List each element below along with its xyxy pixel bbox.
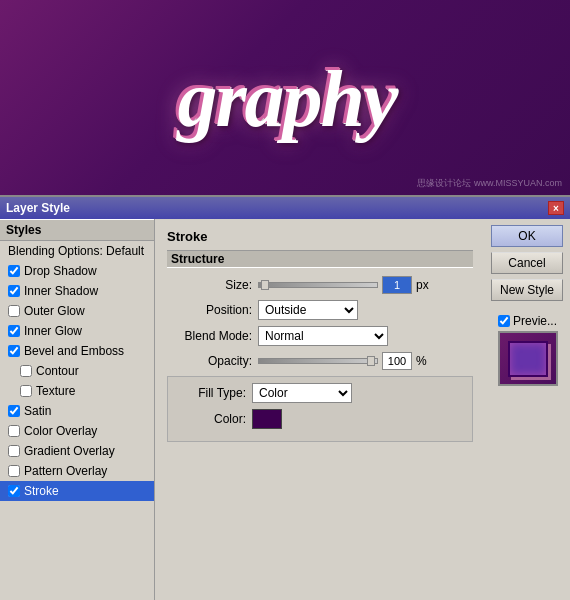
bevel-emboss-checkbox[interactable] <box>8 345 20 357</box>
stroke-label: Stroke <box>24 484 59 498</box>
opacity-slider-track[interactable] <box>258 358 378 364</box>
opacity-slider-thumb[interactable] <box>367 356 375 366</box>
styles-panel: Styles Blending Options: Default Drop Sh… <box>0 219 155 600</box>
style-item-color-overlay[interactable]: Color Overlay <box>0 421 154 441</box>
contour-checkbox[interactable] <box>20 365 32 377</box>
style-item-outer-glow[interactable]: Outer Glow <box>0 301 154 321</box>
preview-container: Previe... <box>491 314 564 386</box>
size-slider-track[interactable] <box>258 282 378 288</box>
candy-text-preview: graphy <box>175 52 394 143</box>
main-panel: Stroke Structure Size: px Position: <box>155 219 485 600</box>
satin-checkbox[interactable] <box>8 405 20 417</box>
contour-label: Contour <box>36 364 79 378</box>
preview-thumbnail <box>498 331 558 386</box>
opacity-row: Opacity: % <box>167 352 473 370</box>
ok-button[interactable]: OK <box>491 225 563 247</box>
layer-style-dialog: Layer Style × Styles Blending Options: D… <box>0 195 570 600</box>
preview-thumb-inner <box>508 341 548 377</box>
stroke-checkbox[interactable] <box>8 485 20 497</box>
dialog-titlebar: Layer Style × <box>0 197 570 219</box>
preview-area: graphy 思缘设计论坛 www.MISSYUAN.com <box>0 0 570 195</box>
color-overlay-checkbox[interactable] <box>8 425 20 437</box>
size-controls: px <box>258 276 473 294</box>
blending-options-label: Blending Options: Default <box>8 244 144 258</box>
style-item-satin[interactable]: Satin <box>0 401 154 421</box>
preview-checkbox[interactable] <box>498 315 510 327</box>
size-row: Size: px <box>167 276 473 294</box>
bevel-emboss-label: Bevel and Emboss <box>24 344 124 358</box>
gradient-overlay-label: Gradient Overlay <box>24 444 115 458</box>
style-item-pattern-overlay[interactable]: Pattern Overlay <box>0 461 154 481</box>
color-swatch[interactable] <box>252 409 282 429</box>
cancel-button[interactable]: Cancel <box>491 252 563 274</box>
color-overlay-label: Color Overlay <box>24 424 97 438</box>
drop-shadow-label: Drop Shadow <box>24 264 97 278</box>
gradient-overlay-checkbox[interactable] <box>8 445 20 457</box>
pattern-overlay-checkbox[interactable] <box>8 465 20 477</box>
style-item-gradient-overlay[interactable]: Gradient Overlay <box>0 441 154 461</box>
opacity-input[interactable] <box>382 352 412 370</box>
outer-glow-label: Outer Glow <box>24 304 85 318</box>
structure-subtitle: Structure <box>167 250 473 268</box>
stroke-section-title: Stroke <box>167 229 473 244</box>
inner-glow-label: Inner Glow <box>24 324 82 338</box>
opacity-label: Opacity: <box>167 354 252 368</box>
texture-checkbox[interactable] <box>20 385 32 397</box>
color-label: Color: <box>176 412 246 426</box>
satin-label: Satin <box>24 404 51 418</box>
close-button[interactable]: × <box>548 201 564 215</box>
inner-glow-checkbox[interactable] <box>8 325 20 337</box>
color-controls <box>252 409 464 429</box>
fill-type-row: Fill Type: Color Gradient Pattern <box>176 383 464 403</box>
position-controls: Outside Inside Center <box>258 300 473 320</box>
opacity-controls: % <box>258 352 473 370</box>
outer-glow-checkbox[interactable] <box>8 305 20 317</box>
color-row: Color: <box>176 409 464 429</box>
fill-type-select[interactable]: Color Gradient Pattern <box>252 383 352 403</box>
blend-mode-select[interactable]: Normal Multiply Screen Overlay <box>258 326 388 346</box>
blend-mode-row: Blend Mode: Normal Multiply Screen Overl… <box>167 326 473 346</box>
style-item-inner-glow[interactable]: Inner Glow <box>0 321 154 341</box>
fill-type-controls: Color Gradient Pattern <box>252 383 464 403</box>
style-item-contour[interactable]: Contour <box>0 361 154 381</box>
style-item-texture[interactable]: Texture <box>0 381 154 401</box>
size-slider-thumb[interactable] <box>261 280 269 290</box>
preview-checkbox-row: Previe... <box>498 314 557 328</box>
position-select[interactable]: Outside Inside Center <box>258 300 358 320</box>
style-item-inner-shadow[interactable]: Inner Shadow <box>0 281 154 301</box>
style-item-blending[interactable]: Blending Options: Default <box>0 241 154 261</box>
fill-type-section: Fill Type: Color Gradient Pattern Color: <box>167 376 473 442</box>
pattern-overlay-label: Pattern Overlay <box>24 464 107 478</box>
texture-label: Texture <box>36 384 75 398</box>
drop-shadow-checkbox[interactable] <box>8 265 20 277</box>
size-input[interactable] <box>382 276 412 294</box>
position-label: Position: <box>167 303 252 317</box>
new-style-button[interactable]: New Style <box>491 279 563 301</box>
fill-type-label: Fill Type: <box>176 386 246 400</box>
blend-mode-label: Blend Mode: <box>167 329 252 343</box>
buttons-panel: OK Cancel New Style Previe... <box>485 219 570 600</box>
position-row: Position: Outside Inside Center <box>167 300 473 320</box>
inner-shadow-checkbox[interactable] <box>8 285 20 297</box>
size-label: Size: <box>167 278 252 292</box>
style-item-stroke[interactable]: Stroke <box>0 481 154 501</box>
dialog-body: Styles Blending Options: Default Drop Sh… <box>0 219 570 600</box>
dialog-title: Layer Style <box>6 201 70 215</box>
style-item-drop-shadow[interactable]: Drop Shadow <box>0 261 154 281</box>
preview-label: Previe... <box>513 314 557 328</box>
size-unit: px <box>416 278 429 292</box>
styles-header: Styles <box>0 219 154 241</box>
inner-shadow-label: Inner Shadow <box>24 284 98 298</box>
opacity-unit: % <box>416 354 427 368</box>
blend-mode-controls: Normal Multiply Screen Overlay <box>258 326 473 346</box>
style-item-bevel-emboss[interactable]: Bevel and Emboss <box>0 341 154 361</box>
watermark: 思缘设计论坛 www.MISSYUAN.com <box>417 177 562 190</box>
